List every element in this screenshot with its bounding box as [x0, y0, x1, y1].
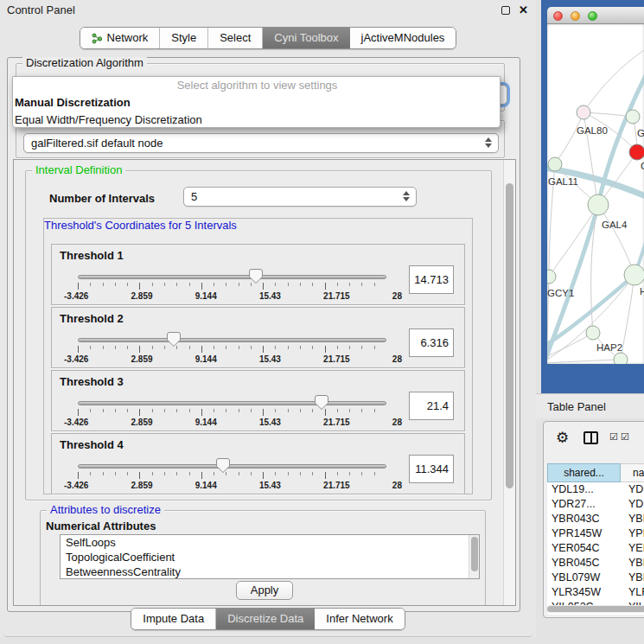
scrollbar-thumb[interactable]	[471, 537, 478, 571]
apply-button[interactable]: Apply	[236, 581, 293, 600]
table-cell[interactable]: YBR0	[621, 556, 644, 571]
scrollbar-thumb[interactable]	[506, 183, 513, 488]
attribute-list-item[interactable]: SelfLoops	[61, 535, 479, 550]
list-scrollbar[interactable]	[469, 535, 479, 578]
threshold-slider[interactable]: -3.4262.8599.14415.4321.71528	[78, 336, 386, 366]
network-node[interactable]	[624, 265, 644, 285]
slider-thumb[interactable]	[315, 395, 328, 410]
network-canvas[interactable]: GAL80GACGAL11GAL4GCY1HHAP2	[547, 24, 644, 364]
table-cell[interactable]: YDR2	[621, 497, 644, 512]
table-cell[interactable]: YPR1	[621, 526, 644, 541]
threshold-label: Threshold 3	[60, 375, 124, 388]
tab-infer-network[interactable]: Infer Network	[315, 609, 404, 629]
table-row[interactable]: YBR045CYBR0	[547, 556, 644, 571]
slider-track[interactable]	[78, 275, 386, 279]
checkbox-icon[interactable]: ☑	[609, 431, 618, 443]
table-cell[interactable]: YER0	[621, 541, 644, 556]
column-header-name[interactable]: na	[621, 463, 644, 482]
network-node[interactable]	[614, 353, 628, 364]
zoom-traffic-light-icon[interactable]	[588, 11, 597, 21]
group-title: Threshold's Coordinates for 5 Intervals	[44, 219, 237, 232]
threshold-value-field[interactable]: 21.4	[409, 392, 454, 420]
tab-cyni-toolbox[interactable]: Cyni Toolbox	[263, 28, 349, 48]
network-node[interactable]	[548, 157, 562, 171]
dropdown-item-manual-discretization[interactable]: Manual Discretization	[13, 94, 500, 112]
table-cell[interactable]: YBR045C	[547, 556, 621, 571]
slider-ticks	[78, 472, 386, 480]
network-window-titlebar[interactable]	[547, 7, 644, 24]
numerical-attributes-list[interactable]: SelfLoopsTopologicalCoefficientBetweenne…	[60, 534, 480, 579]
table-row[interactable]: YPR145WYPR1	[547, 526, 644, 541]
slider-thumb[interactable]	[167, 332, 181, 347]
minimize-traffic-light-icon[interactable]	[571, 11, 580, 21]
table-panel: ⚙ ☑ ☑ shared... na YDL19...YDL1YDR27...Y…	[543, 421, 644, 618]
table-cell[interactable]: YBR043C	[547, 512, 621, 526]
threshold-value-field[interactable]: 11.344	[409, 455, 454, 483]
attribute-list-item[interactable]: BetweennessCentrality	[61, 564, 479, 579]
gear-icon[interactable]: ⚙	[556, 429, 569, 447]
slider-thumb[interactable]	[216, 458, 230, 473]
table-cell[interactable]: YBL079W	[547, 571, 621, 585]
spinner-value: 5	[191, 190, 197, 203]
network-window: GAL80GACGAL11GAL4GCY1HHAP2	[541, 0, 644, 393]
tab-discretize-data[interactable]: Discretize Data	[216, 609, 315, 629]
table-cell[interactable]: YDL19...	[547, 482, 621, 497]
table-row[interactable]: YDR27...YDR2	[547, 497, 644, 512]
table-cell[interactable]: YDL1	[621, 482, 644, 497]
tab-select[interactable]: Select	[208, 28, 263, 48]
slider-track[interactable]	[78, 338, 386, 342]
table-cell[interactable]: YDR27...	[547, 497, 621, 512]
table-cell[interactable]: YLR3	[621, 585, 644, 600]
table-cell[interactable]: YBL0	[621, 571, 644, 585]
network-node[interactable]	[586, 326, 600, 340]
network-node[interactable]	[626, 110, 640, 124]
slider-thumb[interactable]	[249, 269, 263, 284]
table-cell[interactable]: YBR0	[621, 512, 644, 526]
bottom-tabbar: Impute Data Discretize Data Infer Networ…	[0, 608, 536, 630]
threshold-slider[interactable]: -3.4262.8599.14415.4321.71528	[78, 462, 386, 492]
vertical-scrollbar[interactable]	[503, 160, 515, 605]
table-cell[interactable]: YLR345W	[547, 585, 621, 600]
tab-impute-data[interactable]: Impute Data	[131, 609, 216, 629]
tab-style[interactable]: Style	[160, 28, 208, 48]
table-row[interactable]: YBL079WYBL0	[547, 571, 644, 585]
tick-label: 28	[392, 481, 402, 490]
float-window-icon[interactable]	[501, 6, 510, 15]
cyni-toolbox-content: Discretization Algorithm Select algorith…	[7, 57, 520, 612]
checkbox-icon[interactable]: ☑	[621, 431, 629, 443]
number-of-intervals-spinner[interactable]: 5	[183, 187, 417, 207]
network-node[interactable]	[577, 105, 590, 119]
table-cell[interactable]: YER054C	[547, 541, 621, 556]
close-traffic-light-icon[interactable]	[553, 11, 563, 21]
network-node[interactable]	[588, 194, 609, 215]
dropdown-item-equal-width-frequency[interactable]: Equal Width/Frequency Discretization	[13, 112, 500, 129]
tab-label: Network	[107, 31, 149, 45]
table-row[interactable]: YLR345WYLR3	[547, 585, 644, 600]
table-cell[interactable]: YPR145W	[547, 526, 621, 541]
threshold-value-field[interactable]: 6.316	[409, 328, 454, 357]
table-row[interactable]: YDL19...YDL1	[547, 482, 644, 497]
table-row[interactable]: YBR043CYBR0	[547, 512, 644, 526]
tick-label: -3.426	[64, 418, 88, 427]
horizontal-scrollbar[interactable]	[546, 605, 644, 613]
slider-track[interactable]	[78, 401, 386, 405]
scrollbar-thumb[interactable]	[547, 606, 644, 612]
threshold-value-field[interactable]: 14.713	[409, 265, 454, 294]
split-pane-icon[interactable]	[583, 431, 598, 444]
numerical-attributes-label: Numerical Attributes	[46, 520, 156, 532]
tab-network[interactable]: Network	[80, 28, 161, 48]
tick-label: -3.426	[64, 354, 88, 364]
network-node[interactable]	[547, 270, 556, 284]
slider-track[interactable]	[78, 464, 386, 469]
threshold-slider[interactable]: -3.4262.8599.14415.4321.71528	[78, 273, 386, 303]
network-node[interactable]	[629, 144, 644, 160]
table-row[interactable]: YER054CYER0	[547, 541, 644, 556]
table-data-combobox[interactable]: galFiltered.sif default node	[23, 133, 499, 153]
attribute-list-item[interactable]: TopologicalCoefficient	[61, 550, 479, 564]
column-header-shared-name[interactable]: shared...	[547, 463, 621, 482]
threshold-slider[interactable]: -3.4262.8599.14415.4321.71528	[78, 399, 386, 429]
top-tabbar: Network Style Select Cyni Toolbox jActiv…	[0, 27, 536, 49]
close-icon[interactable]: ✕	[519, 3, 528, 16]
tab-jactivemnodules[interactable]: jActiveMNodules	[350, 28, 456, 48]
tab-label: Infer Network	[326, 612, 392, 626]
